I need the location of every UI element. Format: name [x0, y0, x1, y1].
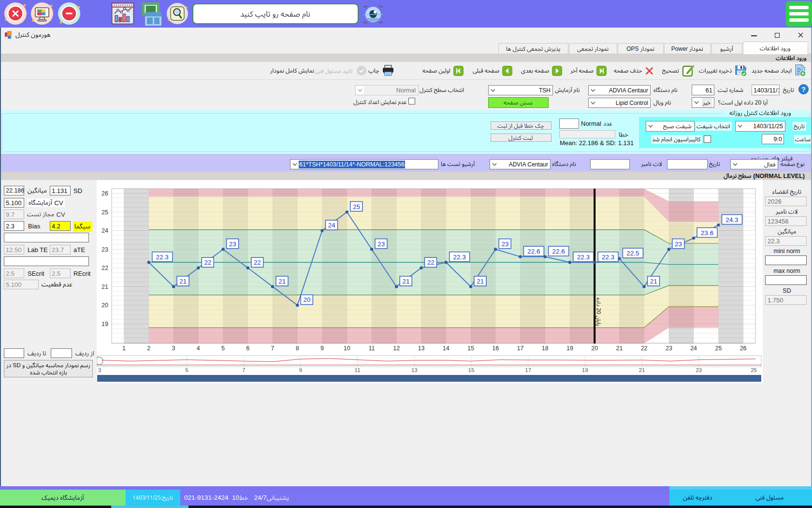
- svg-text:11: 11: [369, 345, 375, 352]
- svg-text:7: 7: [271, 345, 275, 352]
- svg-text:22: 22: [641, 345, 648, 352]
- svg-text:24: 24: [102, 227, 108, 234]
- svg-text:4: 4: [197, 345, 200, 352]
- svg-text:14: 14: [443, 345, 450, 352]
- svg-text:21: 21: [402, 278, 409, 285]
- svg-text:22.6: 22.6: [527, 248, 540, 255]
- svg-text:25: 25: [102, 209, 108, 216]
- svg-text:24: 24: [328, 222, 336, 229]
- svg-text:5: 5: [221, 345, 225, 352]
- svg-text:25: 25: [715, 345, 722, 352]
- svg-text:22: 22: [204, 259, 211, 266]
- svg-text:23.6: 23.6: [701, 229, 713, 237]
- svg-text:21: 21: [639, 367, 645, 373]
- svg-text:19: 19: [566, 345, 573, 352]
- svg-text:21: 21: [278, 278, 286, 285]
- svg-text:19: 19: [102, 321, 108, 328]
- svg-text:15: 15: [468, 367, 475, 373]
- svg-text:9: 9: [299, 367, 302, 373]
- svg-text:24.3: 24.3: [725, 216, 738, 224]
- svg-text:13: 13: [411, 367, 418, 373]
- svg-text:21: 21: [102, 284, 108, 290]
- svg-text:22: 22: [102, 265, 108, 271]
- svg-text:3: 3: [172, 345, 175, 352]
- svg-text:1: 1: [122, 345, 126, 352]
- svg-text:19: 19: [582, 367, 588, 373]
- svg-text:21: 21: [650, 278, 657, 285]
- svg-text:23: 23: [377, 240, 385, 248]
- svg-text:25: 25: [751, 367, 757, 373]
- svg-text:22.3: 22.3: [602, 254, 614, 261]
- svg-text:23: 23: [696, 367, 702, 373]
- svg-text:17: 17: [525, 367, 531, 373]
- svg-text:22: 22: [254, 259, 261, 266]
- svg-text:20: 20: [591, 345, 598, 352]
- svg-text:5: 5: [185, 367, 188, 373]
- svg-text:22.6: 22.6: [552, 248, 565, 255]
- svg-text:22.3: 22.3: [453, 254, 465, 261]
- svg-text:23: 23: [102, 246, 108, 253]
- svg-text:10: 10: [344, 345, 350, 352]
- svg-text:24: 24: [690, 345, 697, 352]
- svg-text:22: 22: [427, 259, 435, 266]
- svg-text:22.5: 22.5: [626, 250, 639, 257]
- svg-text:9: 9: [320, 345, 324, 352]
- svg-text:16: 16: [492, 345, 499, 352]
- svg-text:2: 2: [147, 345, 150, 352]
- svg-text:15: 15: [467, 345, 474, 352]
- svg-text:7: 7: [242, 367, 245, 373]
- svg-text:18: 18: [542, 345, 549, 352]
- svg-text:22.3: 22.3: [156, 254, 169, 261]
- svg-text:20: 20: [102, 302, 108, 309]
- svg-text:20: 20: [303, 296, 310, 303]
- svg-text:22.3: 22.3: [577, 254, 590, 261]
- svg-text:21: 21: [616, 345, 623, 352]
- svg-text:11: 11: [355, 367, 361, 373]
- svg-text:21: 21: [179, 278, 187, 285]
- svg-text:25: 25: [353, 203, 360, 210]
- svg-text:6: 6: [246, 345, 249, 352]
- svg-text:23: 23: [501, 240, 508, 248]
- svg-text:26: 26: [102, 190, 108, 197]
- svg-text:17: 17: [517, 345, 523, 352]
- svg-text:21: 21: [477, 278, 484, 285]
- svg-text:3: 3: [98, 367, 101, 373]
- svg-text:12: 12: [393, 345, 400, 352]
- svg-text:23: 23: [229, 240, 236, 248]
- svg-text:26: 26: [740, 345, 747, 352]
- svg-text:8: 8: [296, 345, 299, 352]
- svg-text:13: 13: [418, 345, 425, 352]
- svg-text:?: ?: [801, 86, 806, 93]
- svg-text:23: 23: [666, 345, 672, 352]
- svg-text:23: 23: [675, 240, 682, 248]
